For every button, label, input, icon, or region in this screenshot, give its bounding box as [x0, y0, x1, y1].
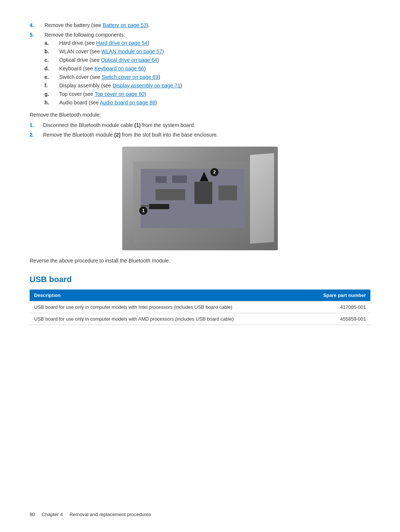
- sub-step-c: c. Optical drive (see Optical drive on p…: [44, 57, 370, 63]
- bt-step-2-content: Remove the Bluetooth module (2) from the…: [43, 132, 218, 138]
- step-4-text: Remove the battery (see: [44, 22, 103, 28]
- parts-table: Description Spare part number USB board …: [30, 290, 370, 325]
- bt-step-2-text-after: from the slot built into the base enclos…: [120, 132, 218, 138]
- sub-content-g: Top cover (see Top cover on page 80): [59, 91, 146, 97]
- bt-step-1-text-before: Disconnect the Bluetooth module cable: [43, 122, 134, 128]
- badge-2: 2: [210, 168, 219, 176]
- bt-step-2-text-before: Remove the Bluetooth module: [43, 132, 114, 138]
- hard-drive-link[interactable]: Hard drive on page 54: [96, 40, 148, 46]
- usb-board-title: USB board: [30, 275, 370, 284]
- footer-chapter-title: Removal and replacement procedures: [70, 512, 151, 517]
- part-number-cell-1: 417085-001: [303, 301, 370, 313]
- table-row: USB board for use only in computer model…: [30, 301, 370, 313]
- badge-1: 1: [139, 207, 147, 215]
- step-5-text: Remove the following components:: [44, 32, 125, 38]
- bt-step-1-content: Disconnect the Bluetooth module cable (1…: [43, 122, 195, 128]
- sub-label-a: a.: [44, 40, 59, 46]
- sub-content-c: Optical drive (see Optical drive on page…: [59, 57, 159, 63]
- bt-step-2: 2. Remove the Bluetooth module (2) from …: [30, 132, 370, 138]
- sub-step-a: a. Hard drive (see Hard drive on page 54…: [44, 40, 370, 46]
- sub-label-g: g.: [44, 91, 59, 97]
- bt-step-2-num: 2.: [30, 132, 43, 138]
- col-part-number-header: Spare part number: [303, 290, 370, 301]
- switch-cover-link[interactable]: Switch cover on page 69: [101, 74, 158, 80]
- col-description-header: Description: [30, 290, 303, 301]
- sub-label-d: d.: [44, 66, 59, 71]
- sub-content-d: Keyboard (see Keyboard on page 66): [59, 66, 146, 71]
- diagram-inner: 1 2: [122, 147, 278, 250]
- sub-label-h: h.: [44, 100, 59, 106]
- table-header-row: Description Spare part number: [30, 290, 370, 301]
- sub-step-h: h. Audio board (see Audio board on page …: [44, 100, 370, 106]
- part-number-cell-2: 455859-001: [303, 313, 370, 325]
- table-row: USB board for use only in computer model…: [30, 313, 370, 325]
- top-cover-link[interactable]: Top cover on page 80: [94, 91, 144, 97]
- step-4-content: Remove the battery (see Battery on page …: [44, 22, 370, 28]
- step-4-num: 4.: [30, 22, 44, 28]
- description-cell-1: USB board for use only in computer model…: [30, 301, 303, 313]
- sub-content-a: Hard drive (see Hard drive on page 54): [59, 40, 149, 46]
- step-4-end: ).: [147, 22, 150, 28]
- bt-step-1: 1. Disconnect the Bluetooth module cable…: [30, 122, 370, 128]
- right-panel: [250, 153, 274, 244]
- step-5-content: Remove the following components: a. Hard…: [44, 32, 370, 108]
- optical-drive-link[interactable]: Optical drive on page 64: [101, 57, 157, 63]
- sub-content-e: Switch cover (see Switch cover on page 6…: [59, 74, 160, 80]
- keyboard-link[interactable]: Keyboard on page 66: [94, 66, 144, 71]
- audio-board-link[interactable]: Audio board on page 88: [100, 100, 155, 106]
- sub-label-b: b.: [44, 48, 59, 54]
- arrow-up-shape: [200, 172, 209, 181]
- sub-content-f: Display assembly (see Display assembly o…: [59, 83, 182, 88]
- component-1: [156, 176, 167, 183]
- sub-step-f: f. Display assembly (see Display assembl…: [44, 83, 370, 88]
- component-2: [172, 175, 187, 183]
- cable-connector: [149, 204, 169, 209]
- sub-label-e: e.: [44, 74, 59, 80]
- bt-step-1-num: 1.: [30, 122, 43, 128]
- step-5: 5. Remove the following components: a. H…: [30, 32, 370, 108]
- sub-step-g: g. Top cover (see Top cover on page 80): [44, 91, 370, 97]
- description-cell-2: USB board for use only in computer model…: [30, 313, 303, 325]
- bluetooth-intro: Remove the Bluetooth module:: [30, 112, 370, 118]
- sub-label-c: c.: [44, 57, 59, 63]
- wlan-link[interactable]: WLAN module on page 57: [101, 48, 162, 54]
- step-4: 4. Remove the battery (see Battery on pa…: [30, 22, 370, 28]
- bluetooth-diagram: 1 2: [122, 147, 278, 250]
- bluetooth-diagram-container: 1 2: [30, 147, 370, 250]
- sub-content-b: WLAN cover (see WLAN module on page 57): [59, 48, 164, 54]
- bt-module-shape: [194, 182, 212, 204]
- battery-link[interactable]: Battery on page 53: [103, 22, 146, 28]
- sub-step-b: b. WLAN cover (see WLAN module on page 5…: [44, 48, 370, 54]
- footer-page-num: 90: [30, 512, 35, 517]
- bt-step-2-bold: (2): [114, 132, 120, 138]
- sub-steps-list: a. Hard drive (see Hard drive on page 54…: [44, 40, 370, 106]
- display-assembly-link[interactable]: Display assembly on page 71: [113, 83, 180, 88]
- bt-step-1-bold: (1): [134, 122, 141, 128]
- sub-content-h: Audio board (see Audio board on page 88): [59, 100, 157, 106]
- sub-step-e: e. Switch cover (see Switch cover on pag…: [44, 74, 370, 80]
- component-3: [156, 189, 185, 200]
- step-5-num: 5.: [30, 32, 44, 38]
- sub-step-d: d. Keyboard (see Keyboard on page 66): [44, 66, 370, 71]
- component-4: [219, 185, 237, 200]
- reverse-note: Reverse the above procedure to install t…: [30, 258, 370, 264]
- sub-label-f: f.: [44, 83, 59, 88]
- footer-chapter: Chapter 4: [42, 512, 63, 517]
- bt-step-1-text-after: from the system board.: [141, 122, 195, 128]
- page-footer: 90 Chapter 4 Removal and replacement pro…: [30, 512, 151, 517]
